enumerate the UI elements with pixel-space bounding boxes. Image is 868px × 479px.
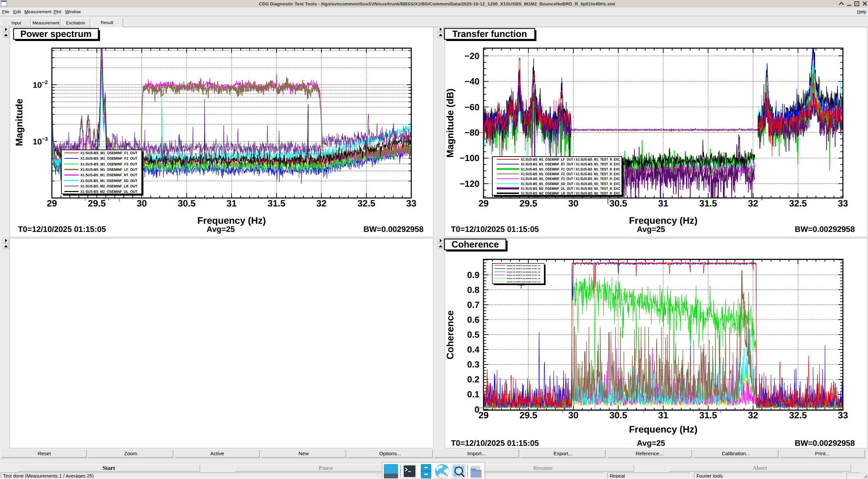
svg-text:Magnitude (dB): Magnitude (dB) [445,88,455,158]
svg-text:0.9: 0.9 [467,270,479,280]
svg-text:0.4: 0.4 [467,344,480,355]
svg-text:29: 29 [478,198,489,208]
svg-text:32.5: 32.5 [789,410,807,420]
svg-text:T0=12/10/2025 01:15:05: T0=12/10/2025 01:15:05 [451,439,539,447]
svg-text:T0=12/10/2025 01:15:05: T0=12/10/2025 01:15:05 [18,225,106,234]
svg-text:0.3: 0.3 [467,359,479,370]
svg-text:Transfer function: Transfer function [452,29,527,39]
svg-text:X1:SUS-BS_M1_OSEMINF_F3_OUT /: X1:SUS-BS_M1_OSEMINF_F3_OUT / X1:SUS-BS_… [521,177,620,181]
svg-text:0.8: 0.8 [467,285,479,295]
svg-text:X1:SUS-BS_M1_OSEMINF_LF_OUT: X1:SUS-BS_M1_OSEMINF_LF_OUT [80,168,137,172]
svg-text:X1:SUS-BS_M1_OSEMINF_F2_OUT: X1:SUS-BS_M1_OSEMINF_F2_OUT [80,157,137,161]
svg-text:X1:SUS-BS_M1_OSEMINF_SD_OUT /: X1:SUS-BS_M1_OSEMINF_SD_OUT / X1:SUS-BS_… [521,182,620,186]
svg-text:X1:SUS-BS_M2_OSEMINF_LR_OUT: X1:SUS-BS_M2_OSEMINF_LR_OUT [80,184,137,188]
svg-text:30: 30 [568,410,578,420]
svg-text:32: 32 [748,410,758,420]
svg-text:x1:sus-bs_m1_oseminf_f3_out :: x1:sus-bs_m1_oseminf_f3_out : x1:sus-bs_… [507,278,540,280]
svg-text:−100: −100 [459,153,479,163]
svg-text:31.5: 31.5 [699,198,717,208]
svg-text:Power spectrum: Power spectrum [20,29,92,39]
svg-text:31: 31 [658,410,668,420]
svg-text:30: 30 [137,198,147,208]
svg-text:0.5: 0.5 [467,330,479,340]
svg-text:−80: −80 [465,127,479,138]
svg-text:BW=0.00292958: BW=0.00292958 [363,225,423,234]
svg-text:29: 29 [47,198,57,208]
svg-text:X1:SUS-BS_M2_OSEMINF_LR_OUT /: X1:SUS-BS_M2_OSEMINF_LR_OUT / X1:SUS-BS_… [521,192,620,196]
svg-text:30.5: 30.5 [609,410,627,420]
svg-text:X1:SUS-BS_M2_OSEMINF_UL_OUT: X1:SUS-BS_M2_OSEMINF_UL_OUT [80,190,137,194]
svg-text:Avg=25: Avg=25 [637,439,665,447]
svg-text:Coherence: Coherence [445,311,455,360]
svg-text:29.5: 29.5 [519,410,537,420]
svg-text:X1:SUS-BS_M1_OSEMINF_RT_OUT: X1:SUS-BS_M1_OSEMINF_RT_OUT [80,173,137,177]
svg-text:X1:SUS-BS_M1_OSEMINF_F1_OUT /: X1:SUS-BS_M1_OSEMINF_F1_OUT / X1:SUS-BS_… [521,167,620,172]
svg-text:X1:SUS-BS_M1_OSEMINF_RT_OUT /: X1:SUS-BS_M1_OSEMINF_RT_OUT / X1:SUS-BS_… [521,162,620,166]
svg-text:31.5: 31.5 [268,198,285,208]
svg-text:31.5: 31.5 [699,410,717,420]
svg-text:Frequency (Hz): Frequency (Hz) [629,424,697,435]
svg-text:0.1: 0.1 [467,389,479,399]
svg-text:Coherence: Coherence [452,239,499,250]
svg-text:30.5: 30.5 [609,198,627,208]
svg-text:Magnitude: Magnitude [14,99,24,146]
svg-text:x1:sus-bs_m1_oseminf_f2_out :: x1:sus-bs_m1_oseminf_f2_out : x1:sus-bs_… [507,274,540,276]
svg-text:−60: −60 [465,102,479,112]
svg-text:Frequency (Hz): Frequency (Hz) [197,215,266,226]
svg-text:33: 33 [406,198,416,208]
svg-text:X1:SUS-BS_M1_OSEMINF_LF_OUT /: X1:SUS-BS_M1_OSEMINF_LF_OUT / X1:SUS-BS_… [521,158,620,162]
svg-text:X1:SUS-BS_M1_OSEMINF_F1_OUT: X1:SUS-BS_M1_OSEMINF_F1_OUT [80,151,137,155]
svg-text:X1:SUS-BS_M1_OSEMINF_F3_OUT: X1:SUS-BS_M1_OSEMINF_F3_OUT [80,162,137,166]
svg-text:T0=12/10/2025 01:15:05: T0=12/10/2025 01:15:05 [451,225,539,234]
svg-text:29.5: 29.5 [519,198,537,208]
svg-text:30: 30 [568,198,578,208]
svg-text:X1:SUS-BS_M1_OSEMINF_SD_OUT: X1:SUS-BS_M1_OSEMINF_SD_OUT [80,179,137,183]
svg-text:x1:sus-bs_m1_oseminf_f1_out :: x1:sus-bs_m1_oseminf_f1_out : x1:sus-bs_… [507,271,540,273]
svg-text:x1:sus-bs_m1_oseminf_lf_out :: x1:sus-bs_m1_oseminf_lf_out : x1:sus-bs_… [507,265,540,267]
svg-text:Frequency (Hz): Frequency (Hz) [629,215,697,226]
svg-text:29: 29 [478,410,489,420]
svg-text:−120: −120 [459,179,479,189]
svg-text:x1:sus-bs_m1_oseminf_sd_out :: x1:sus-bs_m1_oseminf_sd_out : x1:sus-bs_… [507,281,540,283]
svg-text:0.2: 0.2 [467,374,479,384]
svg-text:31: 31 [226,198,237,208]
svg-text:33: 33 [838,198,848,208]
svg-text:X1:SUS-BS_M1_OSEMINF_F2_OUT /: X1:SUS-BS_M1_OSEMINF_F2_OUT / X1:SUS-BS_… [521,172,620,176]
svg-text:−20: −20 [465,51,479,61]
svg-text:BW=0.00292958: BW=0.00292958 [795,439,855,447]
svg-text:0.6: 0.6 [467,315,479,325]
svg-text:32.5: 32.5 [357,198,375,208]
svg-text:BW=0.00292958: BW=0.00292958 [795,225,855,234]
svg-text:x1:sus-bs_m1_oseminf_rt_out :: x1:sus-bs_m1_oseminf_rt_out : x1:sus-bs_… [507,268,540,270]
svg-text:32: 32 [748,198,758,208]
svg-text:0.7: 0.7 [467,300,479,310]
svg-text:Avg=25: Avg=25 [206,225,235,234]
svg-text:29.5: 29.5 [88,198,106,208]
svg-text:30.5: 30.5 [178,198,196,208]
svg-text:32.5: 32.5 [789,198,807,208]
svg-text:31: 31 [658,198,668,208]
svg-text:32: 32 [316,198,327,208]
svg-text:33: 33 [838,410,848,420]
svg-text:−40: −40 [465,76,479,86]
svg-text:X1:SUS-BS_M2_OSEMINF_UL_OUT /: X1:SUS-BS_M2_OSEMINF_UL_OUT / X1:SUS-BS_… [521,187,620,191]
svg-text:Avg=25: Avg=25 [637,225,665,234]
